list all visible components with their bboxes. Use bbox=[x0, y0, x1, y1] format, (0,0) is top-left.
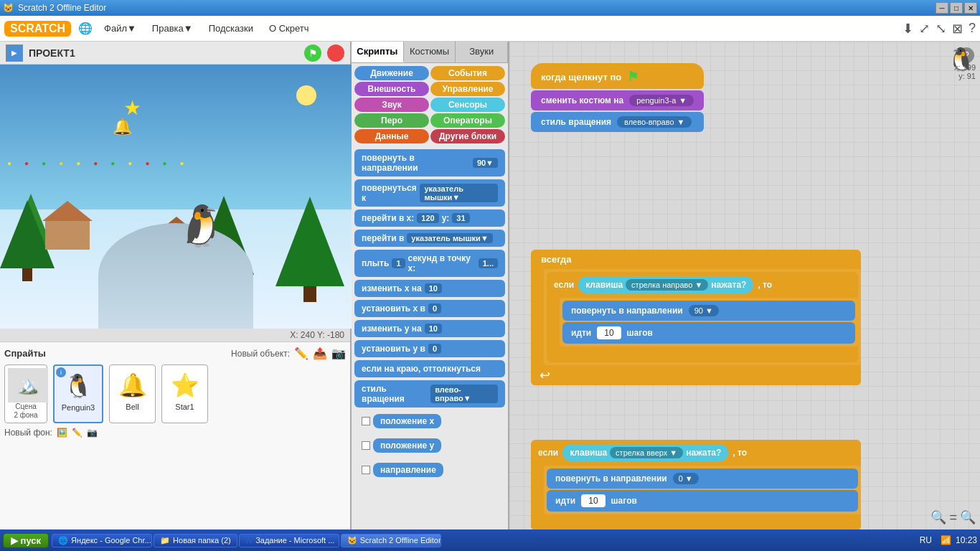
close-button[interactable]: ✕ bbox=[964, 2, 977, 14]
taskbar-item-chrome[interactable]: 🌐 Яндекс - Google Chr... bbox=[52, 534, 152, 547]
camera-backdrop-button[interactable]: 📷 bbox=[87, 428, 98, 438]
x-pos-checkbox[interactable] bbox=[362, 417, 370, 425]
key-name-dropdown-2[interactable]: стрелка вверх ▼ bbox=[610, 447, 683, 458]
block-change-y[interactable]: изменить у на 10 bbox=[354, 320, 505, 337]
steps-input-1[interactable]: 10 bbox=[597, 326, 621, 339]
zoom-out-icon[interactable]: ⤡ bbox=[936, 21, 946, 37]
cat-data[interactable]: Данные bbox=[354, 129, 429, 143]
zoom-in-btn[interactable]: 🔍 bbox=[960, 509, 976, 525]
cat-sensing[interactable]: Сенсоры bbox=[430, 98, 505, 112]
block-glide[interactable]: плыть 1 секунд в точку x: 1... bbox=[354, 250, 505, 277]
green-flag-button[interactable]: ⚑ bbox=[304, 44, 321, 62]
cat-motion[interactable]: Движение bbox=[354, 66, 429, 80]
dir-dropdown-1[interactable]: 90 ▼ bbox=[689, 305, 719, 316]
move-block-2[interactable]: идти 10 шагов bbox=[547, 490, 858, 512]
cat-control[interactable]: Управление bbox=[430, 82, 505, 96]
block-glide-secs[interactable]: 1 bbox=[392, 258, 405, 268]
block-if-on-edge[interactable]: если на краю, оттолкнуться bbox=[354, 360, 505, 377]
stage-title: ПРОЕКТ1 bbox=[29, 47, 298, 59]
cat-pen[interactable]: Перо bbox=[354, 113, 429, 128]
x-pos-block[interactable]: положение х bbox=[373, 414, 441, 428]
move-block-1[interactable]: идти 10 шагов bbox=[562, 322, 855, 344]
block-set-y[interactable]: установить у в 0 bbox=[354, 340, 505, 357]
download-icon[interactable]: ⬇ bbox=[903, 21, 913, 37]
globe-icon[interactable]: 🌐 bbox=[78, 22, 93, 35]
rotation-dropdown[interactable]: влево-вправо ▼ bbox=[617, 116, 692, 128]
block-glide-x[interactable]: 1... bbox=[479, 258, 498, 268]
sprite-penguin3[interactable]: i 🐧 Penguin3 bbox=[53, 364, 103, 423]
block-setx-input[interactable]: 0 bbox=[428, 303, 441, 314]
sprite-info-badge[interactable]: i bbox=[56, 367, 66, 377]
tab-sounds[interactable]: Звуки bbox=[456, 42, 508, 62]
if-block-1[interactable]: если клавиша стрелка направо ▼ нажата? bbox=[547, 272, 858, 362]
block-y-input[interactable]: 31 bbox=[452, 213, 469, 223]
taskbar-item-scratch[interactable]: 🐱 Scratch 2 Offline Editor bbox=[341, 534, 441, 547]
sprite-bell[interactable]: 🔔 Bell bbox=[109, 364, 156, 423]
cat-looks[interactable]: Внешность bbox=[354, 82, 429, 96]
switch-costume-block[interactable]: сменить костюм на penguin3-a ▼ bbox=[531, 90, 704, 110]
tab-costumes[interactable]: Костюмы bbox=[404, 42, 456, 62]
title-bar-controls[interactable]: ─ □ ✕ bbox=[936, 2, 977, 14]
dir-block[interactable]: направление bbox=[373, 463, 443, 477]
file-menu[interactable]: Файл▼ bbox=[100, 20, 141, 37]
steps-input-2[interactable]: 10 bbox=[581, 494, 605, 507]
block-dir-input[interactable]: 90▼ bbox=[473, 158, 498, 168]
help-icon[interactable]: ? bbox=[969, 21, 976, 36]
key-name-dropdown-1[interactable]: стрелка направо ▼ bbox=[626, 279, 708, 291]
block-x-input[interactable]: 120 bbox=[417, 213, 438, 223]
stop-button[interactable] bbox=[327, 44, 344, 62]
paint-backdrop-button[interactable]: 🖼️ bbox=[57, 428, 67, 438]
about-menu[interactable]: О Скретч bbox=[265, 20, 314, 37]
block-set-x[interactable]: установить х в 0 bbox=[354, 300, 505, 317]
forever-block[interactable]: всегда если клавиша bbox=[531, 250, 861, 385]
zoom-fit-icon[interactable]: ⊠ bbox=[952, 21, 963, 37]
cat-events[interactable]: События bbox=[430, 66, 505, 80]
block-changey-input[interactable]: 10 bbox=[425, 324, 442, 334]
key-pressed-condition-2[interactable]: клавиша стрелка вверх ▼ нажата? bbox=[562, 444, 728, 461]
dir-checkbox[interactable] bbox=[362, 466, 370, 474]
sprite-star1[interactable]: ⭐ Star1 bbox=[161, 364, 208, 423]
upload-sprite-button[interactable]: 📤 bbox=[313, 347, 327, 360]
paint-sprite-button[interactable]: ✏️ bbox=[294, 347, 308, 360]
if-block-2[interactable]: если клавиша стрелка вверх ▼ нажата? , т… bbox=[531, 440, 861, 529]
maximize-button[interactable]: □ bbox=[950, 2, 963, 14]
sprite-scene[interactable]: 🏔️ Сцена2 фона bbox=[4, 364, 47, 423]
edit-menu[interactable]: Правка▼ bbox=[148, 20, 197, 37]
block-point-towards[interactable]: повернуться к указатель мышки▼ bbox=[354, 179, 505, 207]
start-button[interactable]: ▶ пуск bbox=[3, 533, 49, 548]
block-go-to-xy[interactable]: перейти в x: 120 y: 31 bbox=[354, 209, 505, 227]
block-rotation-style[interactable]: стиль вращения влево-вправо▼ bbox=[354, 380, 505, 408]
camera-sprite-button[interactable]: 📷 bbox=[331, 347, 346, 360]
cat-sound[interactable]: Звук bbox=[354, 98, 429, 112]
point-dir-block-1[interactable]: повернуть в направлении 90 ▼ bbox=[562, 301, 855, 321]
block-go-to[interactable]: перейти в указатель мышки▼ bbox=[354, 230, 505, 247]
block-change-x[interactable]: изменить х на 10 bbox=[354, 280, 505, 297]
scripts-area[interactable]: ? 🐧 x: 199 y: 91 когда щелкнут по ⚑ смен… bbox=[509, 42, 980, 529]
sprites-title: Спрайты bbox=[4, 348, 46, 359]
costume-dropdown[interactable]: penguin3-a ▼ bbox=[629, 95, 694, 106]
minimize-button[interactable]: ─ bbox=[936, 2, 948, 14]
y-pos-block[interactable]: положение у bbox=[373, 438, 441, 453]
upload-backdrop-button[interactable]: ✏️ bbox=[72, 428, 83, 438]
tab-scripts[interactable]: Скрипты bbox=[352, 42, 404, 62]
zoom-out-btn[interactable]: 🔍 bbox=[930, 509, 946, 525]
block-goto-input[interactable]: указатель мышки▼ bbox=[407, 233, 492, 243]
taskbar-item-folder[interactable]: 📁 Новая папка (2) bbox=[154, 534, 237, 547]
block-changex-input[interactable]: 10 bbox=[425, 283, 442, 293]
tips-menu[interactable]: Подсказки bbox=[204, 20, 258, 37]
fullscreen-icon[interactable]: ⤢ bbox=[919, 21, 930, 37]
block-sety-input[interactable]: 0 bbox=[428, 344, 441, 354]
block-rot-input[interactable]: влево-вправо▼ bbox=[430, 385, 498, 403]
taskbar-item-word[interactable]: W Задание - Microsoft ... bbox=[239, 534, 339, 547]
cat-more[interactable]: Другие блоки bbox=[430, 129, 505, 143]
y-pos-checkbox[interactable] bbox=[362, 441, 370, 450]
point-dir-block-2[interactable]: повернуть в направлении 0 ▼ bbox=[547, 468, 858, 489]
when-flag-clicked-block[interactable]: когда щелкнут по ⚑ bbox=[531, 63, 704, 89]
block-towards-input[interactable]: указатель мышки▼ bbox=[420, 184, 498, 202]
key-pressed-condition-1[interactable]: клавиша стрелка направо ▼ нажата? bbox=[578, 276, 753, 293]
block-point-dir[interactable]: повернуть в направлении 90▼ bbox=[354, 149, 505, 176]
zoom-reset-btn[interactable]: = bbox=[949, 510, 957, 525]
cat-operators[interactable]: Операторы bbox=[430, 113, 505, 128]
rotation-style-block[interactable]: стиль вращения влево-вправо ▼ bbox=[531, 112, 704, 132]
dir-dropdown-2[interactable]: 0 ▼ bbox=[673, 473, 699, 484]
